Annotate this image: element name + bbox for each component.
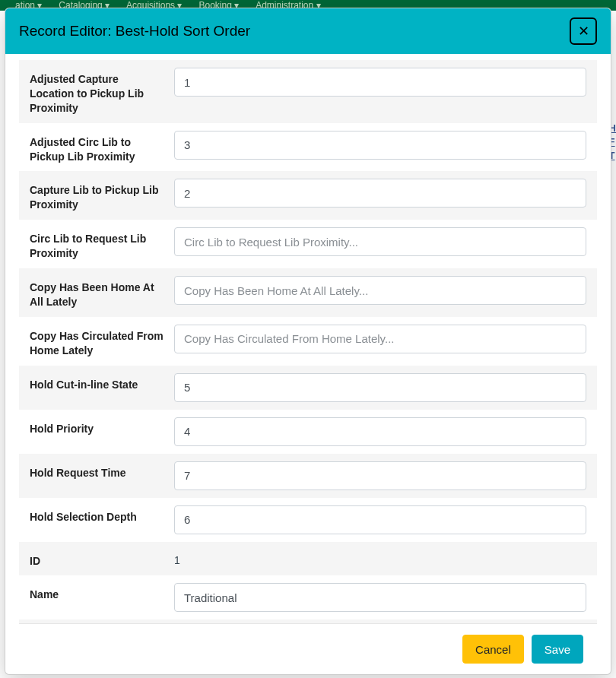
form-field-list: Adjusted Capture Location to Pickup Lib … <box>19 60 597 623</box>
close-icon: ✕ <box>578 23 589 40</box>
form-row: Copy Has Circulated From Home Lately <box>19 317 597 366</box>
dialog-title: Record Editor: Best-Hold Sort Order <box>19 23 250 40</box>
copy-circulated-input[interactable] <box>174 325 586 353</box>
copy-home-lately-input[interactable] <box>174 276 586 305</box>
record-editor-dialog: Record Editor: Best-Hold Sort Order ✕ Ad… <box>5 8 611 675</box>
field-label: Adjusted Circ Lib to Pickup Lib Proximit… <box>30 131 174 164</box>
field-label: Copy Has Been Home At All Lately <box>30 276 174 309</box>
form-row: Copy Has Been Home At All Lately <box>19 268 597 317</box>
field-label: Name <box>30 583 174 602</box>
adjusted-circ-lib-input[interactable] <box>174 131 586 160</box>
dialog-body: Adjusted Capture Location to Pickup Lib … <box>5 54 611 623</box>
form-row: Hold Cut-in-line State <box>19 366 597 410</box>
dialog-header: Record Editor: Best-Hold Sort Order ✕ <box>5 8 611 54</box>
id-static-value: 1 <box>174 550 586 566</box>
name-input[interactable] <box>174 583 586 612</box>
form-row: Hold Selection Depth <box>19 498 597 542</box>
form-row: ID 1 <box>19 542 597 576</box>
field-label: Hold Priority <box>30 417 174 436</box>
form-row: Hold Priority <box>19 410 597 454</box>
hold-selection-depth-input[interactable] <box>174 505 586 534</box>
form-row: Name <box>19 575 597 619</box>
field-label: Hold Cut-in-line State <box>30 373 174 392</box>
field-label: Adjusted Capture Location to Pickup Lib … <box>30 68 174 116</box>
field-label: Hold Selection Depth <box>30 505 174 524</box>
field-label: Circ Lib to Request Lib Proximity <box>30 227 174 261</box>
field-label: ID <box>30 550 174 569</box>
hold-request-time-input[interactable] <box>174 461 586 490</box>
close-button[interactable]: ✕ <box>570 17 597 45</box>
form-row: Adjusted Circ Lib to Pickup Lib Proximit… <box>19 123 597 172</box>
capture-lib-input[interactable] <box>174 179 586 208</box>
field-label: Copy Has Circulated From Home Lately <box>30 325 174 358</box>
form-row: Adjusted Capture Location to Pickup Lib … <box>19 60 597 123</box>
form-row: Capture Lib to Pickup Lib Proximity <box>19 171 597 220</box>
field-label: Capture Lib to Pickup Lib Proximity <box>30 179 174 212</box>
field-label: Hold Request Time <box>30 461 174 480</box>
hold-priority-input[interactable] <box>174 417 586 446</box>
circ-lib-request-input[interactable] <box>174 227 586 256</box>
save-button[interactable]: Save <box>532 635 583 664</box>
hold-cutinline-input[interactable] <box>174 373 586 402</box>
cancel-button[interactable]: Cancel <box>462 635 524 664</box>
adjusted-capture-location-input[interactable] <box>174 68 586 97</box>
form-row: Hold Request Time <box>19 454 597 498</box>
dialog-footer: Cancel Save <box>19 623 597 674</box>
form-row: Circ Lib to Request Lib Proximity <box>19 220 597 268</box>
